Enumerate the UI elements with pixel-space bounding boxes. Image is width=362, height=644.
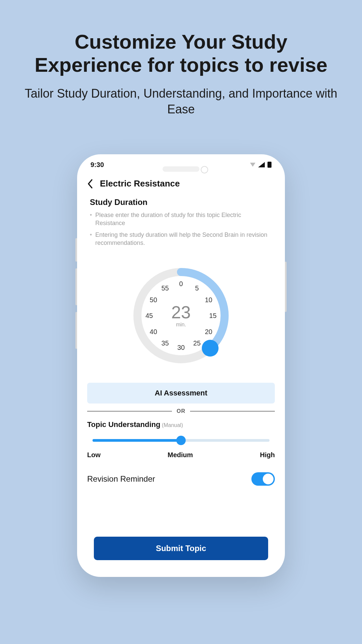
slider-label-high: High xyxy=(260,451,275,459)
dial-tick: 5 xyxy=(195,284,199,292)
dial-tick: 30 xyxy=(177,344,185,352)
signal-icon xyxy=(258,162,265,167)
understanding-slider[interactable] xyxy=(93,437,269,444)
duration-help-text: Please enter the duration of study for t… xyxy=(95,211,272,227)
section-title-duration: Study Duration xyxy=(90,198,275,207)
ai-assessment-button[interactable]: AI Assessment xyxy=(87,383,275,404)
slider-thumb[interactable] xyxy=(176,436,186,445)
slider-label-medium: Medium xyxy=(168,451,193,459)
dial-knob[interactable] xyxy=(202,340,219,357)
status-time: 9:30 xyxy=(90,161,104,169)
dial-tick: 55 xyxy=(161,284,169,292)
slider-label-low: Low xyxy=(87,451,101,459)
or-label: OR xyxy=(177,408,185,414)
back-icon[interactable] xyxy=(87,179,93,189)
duration-value: 23 xyxy=(171,304,191,321)
hero-title: Customize Your Study Experience for topi… xyxy=(20,30,342,76)
dial-tick: 50 xyxy=(150,296,157,304)
submit-button[interactable]: Submit Topic xyxy=(94,537,268,560)
duration-dial[interactable]: 23 min. 0510152025303540455055 xyxy=(127,262,235,369)
dial-tick: 45 xyxy=(145,312,153,320)
phone-notch xyxy=(163,166,199,172)
battery-icon xyxy=(267,162,272,168)
dial-tick: 15 xyxy=(209,312,217,320)
page-title: Electric Resistance xyxy=(100,178,180,189)
dial-tick: 20 xyxy=(205,328,212,335)
duration-unit: min. xyxy=(176,322,186,328)
dial-tick: 25 xyxy=(193,339,200,347)
wifi-icon xyxy=(250,163,255,167)
understanding-label: Topic Understanding xyxy=(87,420,160,429)
phone-mockup: 9:30 Electric Resistance Study Duration … xyxy=(77,154,285,577)
reminder-toggle[interactable] xyxy=(251,472,275,486)
dial-tick: 10 xyxy=(205,296,212,304)
understanding-manual-hint: (Manual) xyxy=(162,422,183,428)
or-divider: OR xyxy=(87,408,275,414)
duration-help-text: Entering the study duration will help th… xyxy=(95,231,272,247)
hero-subtitle: Tailor Study Duration, Understanding, an… xyxy=(20,86,342,117)
reminder-label: Revision Reminder xyxy=(87,474,155,484)
dial-tick: 40 xyxy=(150,328,157,335)
dial-tick: 0 xyxy=(179,280,183,288)
dial-tick: 35 xyxy=(161,339,169,347)
